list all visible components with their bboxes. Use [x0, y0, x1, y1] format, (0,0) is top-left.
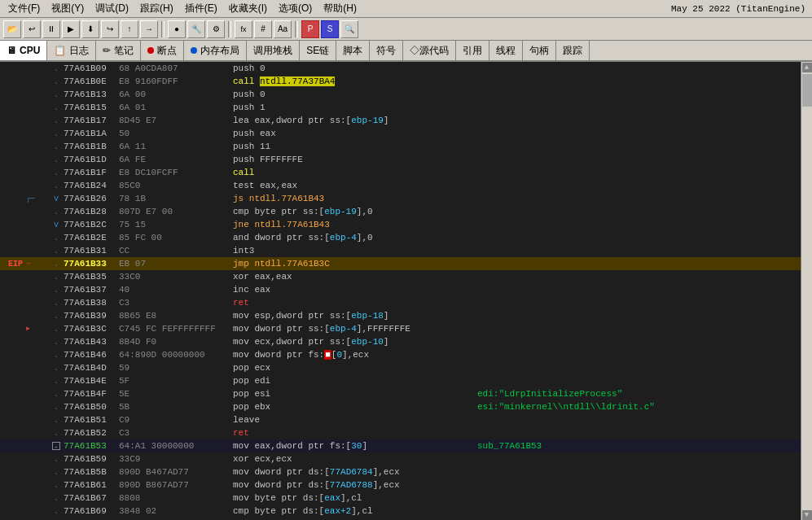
- indicator-col: .: [50, 127, 62, 140]
- toolbar-restart[interactable]: ↩: [23, 20, 41, 38]
- toolbar-step-over[interactable]: ↪: [101, 20, 119, 38]
- scroll-thumb[interactable]: [802, 74, 812, 107]
- tab-ref[interactable]: 引用: [456, 41, 489, 60]
- toolbar-run[interactable]: ▶: [62, 20, 80, 38]
- table-row[interactable]: .77A61B31CCint3: [0, 244, 801, 257]
- tab-trace[interactable]: 跟踪: [556, 41, 590, 60]
- table-row[interactable]: .77A61B678808mov byte ptr ds:[eax],cl: [0, 492, 801, 505]
- toolbar-disasm[interactable]: fx: [235, 20, 252, 38]
- table-row[interactable]: .77A61B4E5Fpop edi: [0, 374, 801, 387]
- table-row[interactable]: .77A61B156A 01push 1: [0, 101, 801, 114]
- tab-symbol[interactable]: 符号: [370, 41, 403, 60]
- menu-help[interactable]: 帮助(H): [318, 0, 362, 17]
- arrow-col: [24, 387, 50, 400]
- table-row[interactable]: -77A61B5364:A1 30000000mov eax,dword ptr…: [0, 439, 801, 452]
- tab-memory[interactable]: 内存布局: [184, 41, 247, 60]
- instruction-col: lea eax,dword ptr ss:[ebp-19]: [231, 114, 476, 127]
- table-row[interactable]: .77A61B136A 00push 0: [0, 88, 801, 101]
- table-row[interactable]: .77A61B505Bpop ebxesi:"minkernel\\ntdll\…: [0, 400, 801, 413]
- indicator-col: .: [50, 400, 62, 413]
- bytes-col: 5B: [117, 400, 231, 413]
- table-row[interactable]: EIP→.77A61B33EB 07jmp ntdll.77A61B3C: [0, 257, 801, 270]
- instruction-col: and dword ptr ss:[ebp-4],0: [231, 231, 476, 244]
- table-row[interactable]: .77A61B28807D E7 00cmp byte ptr ss:[ebp-…: [0, 205, 801, 218]
- table-row[interactable]: .77A61B0EE8 9160FDFFcall ntdll.77A37BA4: [0, 75, 801, 88]
- arrow-col: [24, 88, 50, 101]
- table-row[interactable]: .77A61B51C9leave: [0, 413, 801, 426]
- menu-trace[interactable]: 跟踪(H): [135, 0, 178, 17]
- tab-callstack[interactable]: 调用堆栈: [247, 41, 300, 60]
- instruction-col: mov esp,dword ptr ss:[ebp-18]: [231, 309, 476, 322]
- bytes-col: 59: [117, 361, 231, 374]
- note-icon: ✏: [103, 45, 111, 56]
- indicator-col: .: [50, 361, 62, 374]
- bytes-col: 33C0: [117, 270, 231, 283]
- tab-breakpoint[interactable]: 断点: [141, 41, 184, 60]
- toolbar-breakpoint[interactable]: ●: [168, 20, 186, 38]
- table-row[interactable]: .77A61B38C3ret: [0, 296, 801, 309]
- tab-source[interactable]: ◇源代码: [403, 41, 456, 60]
- table-row[interactable]: .77A61B4F5Epop esiedi:"LdrpInitializePro…: [0, 387, 801, 400]
- table-row[interactable]: .77A61B4D59pop ecx: [0, 361, 801, 374]
- address-col: 77A61B33: [62, 257, 117, 270]
- table-row[interactable]: .77A61B5B890D B467AD77mov dword ptr ds:[…: [0, 465, 801, 478]
- table-row[interactable]: .77A61B52C3ret: [0, 426, 801, 439]
- tab-se[interactable]: SE链: [300, 41, 336, 60]
- table-row[interactable]: .77A61B2E85 FC 00and dword ptr ss:[ebp-4…: [0, 231, 801, 244]
- arrow-col: [24, 140, 50, 153]
- toolbar-step-out[interactable]: ↑: [121, 20, 138, 38]
- toolbar-plugin2[interactable]: S: [321, 20, 339, 38]
- table-row[interactable]: .77A61B1A50push eax: [0, 127, 801, 140]
- address-col: 77A61B1A: [62, 127, 117, 140]
- scroll-down[interactable]: ▼: [802, 510, 812, 520]
- tab-log[interactable]: 📋 日志: [47, 41, 96, 60]
- tab-handle[interactable]: 句柄: [523, 41, 556, 60]
- toolbar-hw-bp[interactable]: ⚙: [207, 20, 225, 38]
- menu-view[interactable]: 视图(Y): [46, 0, 89, 17]
- table-row[interactable]: .77A61B61890D B867AD77mov dword ptr ds:[…: [0, 478, 801, 492]
- table-row[interactable]: v77A61B2C75 15jne ntdll.77A61B43: [0, 218, 801, 231]
- tab-note[interactable]: ✏ 笔记: [96, 41, 141, 60]
- table-row[interactable]: .77A61B693848 02cmp byte ptr ds:[eax+2],…: [0, 505, 801, 518]
- table-row[interactable]: .77A61B398B65 E8mov esp,dword ptr ss:[eb…: [0, 309, 801, 322]
- tab-thread[interactable]: 线程: [489, 41, 523, 60]
- table-row[interactable]: .77A61B0968 A0CDA807push 0: [0, 62, 801, 75]
- table-row[interactable]: .77A61B3533C0xor eax,eax: [0, 270, 801, 283]
- arrow-col: [24, 478, 50, 492]
- table-row[interactable]: .77A61B2485C0test eax,eax: [0, 179, 801, 192]
- tab-cpu[interactable]: 🖥 CPU: [0, 41, 47, 62]
- toolbar-plugin1[interactable]: P: [301, 20, 319, 38]
- table-row[interactable]: .77A61B1B6A 11push 11: [0, 140, 801, 153]
- table-row[interactable]: .77A61B1FE8 DC10FCFFcall: [0, 166, 801, 179]
- scroll-up[interactable]: ▲: [802, 63, 812, 72]
- toolbar-run-to[interactable]: →: [140, 20, 158, 38]
- table-row[interactable]: ┌─v77A61B2678 1Bjs ntdll.77A61B43: [0, 192, 801, 205]
- table-row[interactable]: .77A61B3740inc eax: [0, 283, 801, 296]
- toolbar-font[interactable]: Aa: [274, 20, 292, 38]
- menu-plugin[interactable]: 插件(E): [180, 0, 222, 17]
- comment-col: esi:"minkernel\\ntdll\\ldrinit.c": [476, 400, 801, 413]
- toolbar-plugin3[interactable]: 🔍: [340, 20, 358, 38]
- address-col: 77A61B0E: [62, 75, 117, 88]
- comment-col: edi:"LdrpInitializeProcess": [476, 387, 801, 400]
- disasm-container[interactable]: .77A61B0968 A0CDA807push 0.77A61B0EE8 91…: [0, 62, 801, 520]
- table-row[interactable]: .77A61B178D45 E7lea eax,dword ptr ss:[eb…: [0, 114, 801, 127]
- toolbar-mem-bp[interactable]: 🔧: [187, 20, 205, 38]
- disasm-table: .77A61B0968 A0CDA807push 0.77A61B0EE8 91…: [0, 62, 801, 520]
- indicator-col: .: [50, 101, 62, 114]
- vertical-scrollbar[interactable]: ▲ ▼: [801, 62, 812, 520]
- toolbar-open[interactable]: 📂: [3, 20, 21, 38]
- table-row[interactable]: .77A61B5933C9xor ecx,ecx: [0, 452, 801, 465]
- table-row[interactable]: .77A61B4664:890D 00000000mov dword ptr f…: [0, 348, 801, 361]
- table-row[interactable]: .77A61B1D6A FEpush FFFFFFFE: [0, 153, 801, 166]
- toolbar-step-into[interactable]: ⬇: [81, 20, 99, 38]
- table-row[interactable]: .77A61B438B4D F0mov ecx,dword ptr ss:[eb…: [0, 335, 801, 348]
- table-row[interactable]: ►.77A61B3CC745 FC FEFFFFFFFFmov dword pt…: [0, 322, 801, 335]
- toolbar-hash[interactable]: #: [254, 20, 272, 38]
- tab-script[interactable]: 脚本: [336, 41, 370, 60]
- menu-file[interactable]: 文件(F): [3, 0, 45, 17]
- menu-favorites[interactable]: 收藏夹(I): [224, 0, 272, 17]
- menu-debug[interactable]: 调试(D): [90, 0, 134, 17]
- toolbar-pause[interactable]: ⏸: [42, 20, 60, 38]
- menu-options[interactable]: 选项(O): [274, 0, 317, 17]
